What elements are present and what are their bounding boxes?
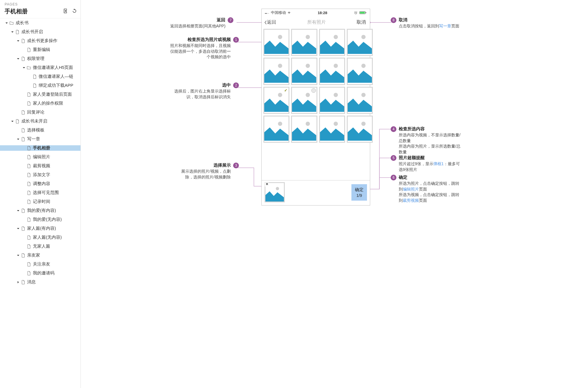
link-write-chapter[interactable]: 写一章 bbox=[439, 24, 451, 28]
photo-thumb[interactable] bbox=[347, 116, 373, 143]
tree-item[interactable]: 选择可见范围 bbox=[0, 188, 80, 197]
photo-thumb[interactable] bbox=[347, 58, 373, 85]
image-placeholder-icon bbox=[320, 88, 344, 112]
tree-item[interactable]: 回复评论 bbox=[0, 108, 80, 117]
tree-item[interactable]: 亲友家 bbox=[0, 251, 80, 260]
tree-item[interactable]: 消息 bbox=[0, 278, 80, 287]
annotation-body: 点击取消按钮，返回到写一章页面 bbox=[399, 23, 459, 29]
tree-item[interactable]: 成长书更多操作 bbox=[0, 36, 80, 45]
tree-item[interactable]: 手机相册 bbox=[0, 144, 80, 152]
tree-item[interactable]: 微信邀请家人—链 bbox=[0, 72, 80, 81]
annotation-title: 检查所选内容 bbox=[399, 126, 462, 132]
photo-thumb[interactable] bbox=[291, 116, 317, 143]
image-placeholder-icon bbox=[292, 59, 316, 83]
photo-thumb[interactable] bbox=[291, 87, 317, 114]
tree-item[interactable]: 记录时间 bbox=[0, 197, 80, 206]
tree-item[interactable]: 添加文字 bbox=[0, 170, 80, 179]
tree-item[interactable]: 调整内容 bbox=[0, 179, 80, 188]
page-icon bbox=[27, 164, 31, 168]
pages-section-label: PAGES bbox=[0, 0, 80, 7]
cancel-button[interactable]: 取消 bbox=[357, 19, 366, 25]
twisty-icon[interactable] bbox=[5, 22, 9, 25]
selection-count: 1/9 bbox=[355, 193, 364, 198]
photo-thumb[interactable] bbox=[319, 58, 345, 85]
page-icon bbox=[27, 146, 31, 150]
annotation-badge: 7 bbox=[228, 17, 233, 23]
tree-item[interactable]: 无家人篇 bbox=[0, 242, 80, 251]
tree-item[interactable]: 成长书开启 bbox=[0, 27, 80, 36]
alarm-icon bbox=[354, 11, 358, 14]
image-placeholder-icon bbox=[348, 116, 372, 141]
confirm-button[interactable]: 确定 1/9 bbox=[351, 184, 367, 201]
photo-thumb[interactable] bbox=[347, 87, 373, 114]
nav-bar: 返回 所有照片 取消 bbox=[262, 16, 370, 28]
tree-item[interactable]: 裁剪视频 bbox=[0, 161, 80, 170]
twisty-icon[interactable] bbox=[16, 57, 20, 60]
link-dialog1[interactable]: 弹框1 bbox=[433, 161, 444, 166]
image-placeholder-icon bbox=[292, 116, 316, 141]
tree-item[interactable]: 微信邀请家人H5页面 bbox=[0, 63, 80, 72]
twisty-icon[interactable] bbox=[16, 138, 20, 141]
tree-item[interactable]: 成长书未开启 bbox=[0, 117, 80, 126]
tree-item[interactable]: 家人篇(有内容) bbox=[0, 224, 80, 233]
photo-thumb[interactable] bbox=[347, 29, 373, 56]
tree-item-label: 关注亲友 bbox=[33, 261, 50, 267]
photo-thumb[interactable] bbox=[263, 116, 289, 143]
tree-item[interactable]: 写一章 bbox=[0, 135, 80, 144]
tree-item[interactable]: 关注亲友 bbox=[0, 260, 80, 269]
tree-item[interactable]: 绑定成功下载APP bbox=[0, 81, 80, 90]
photo-thumb[interactable] bbox=[319, 29, 345, 56]
annotation-body: 照片和视频不能同时选择，且视频仅能选择一个，多选自动取消前一个视频的选中 bbox=[170, 43, 231, 60]
twisty-icon[interactable] bbox=[16, 227, 20, 230]
page-icon bbox=[27, 92, 31, 97]
tree-item-label: 绑定成功下载APP bbox=[39, 83, 73, 88]
tree-item[interactable]: 成长书 bbox=[0, 18, 80, 27]
tree-item[interactable]: 选择模板 bbox=[0, 126, 80, 135]
annotation-body: 照片超过9张，显示弹框1：最多可选9张照片 bbox=[399, 161, 462, 172]
twisty-icon[interactable] bbox=[16, 209, 20, 212]
photo-thumb[interactable] bbox=[319, 87, 345, 114]
link-crop-video[interactable]: 裁剪视频 bbox=[403, 198, 419, 203]
tree-item-label: 调整内容 bbox=[33, 181, 50, 187]
link-edit-photo[interactable]: 编辑照片 bbox=[403, 187, 419, 191]
photo-thumb[interactable]: ✓ bbox=[263, 87, 289, 114]
tree-item[interactable]: 我的爱(有内容) bbox=[0, 206, 80, 215]
carrier-label: 中国移动 bbox=[271, 10, 286, 15]
tree-item[interactable]: 家人篇(无内容) bbox=[0, 233, 80, 242]
tree-item-label: 编辑照片 bbox=[33, 154, 50, 160]
tree-item[interactable]: 编辑照片 bbox=[0, 152, 80, 161]
twisty-icon[interactable] bbox=[16, 39, 20, 42]
photo-thumb[interactable] bbox=[263, 29, 289, 56]
tree-item-label: 记录时间 bbox=[33, 199, 50, 204]
photo-thumb[interactable] bbox=[319, 116, 345, 143]
selected-preview[interactable]: ✕ bbox=[265, 182, 285, 202]
remove-selection-icon[interactable]: ✕ bbox=[265, 182, 269, 187]
photo-thumb[interactable] bbox=[263, 58, 289, 85]
tree-item-label: 家人篇(有内容) bbox=[27, 226, 56, 231]
annotation-7: 7 返回 返回选择相册页面(同其他APP) bbox=[170, 17, 233, 29]
export-icon[interactable] bbox=[63, 8, 68, 15]
tree-item-label: 权限管理 bbox=[27, 56, 44, 61]
page-icon bbox=[21, 208, 25, 213]
tree-item[interactable]: 重新编辑 bbox=[0, 45, 80, 54]
twisty-icon[interactable] bbox=[16, 281, 20, 284]
status-bar: 中国移动 18:28 bbox=[262, 9, 370, 16]
twisty-icon[interactable] bbox=[16, 254, 20, 257]
photo-thumb[interactable] bbox=[291, 58, 317, 85]
back-button[interactable]: 返回 bbox=[264, 19, 276, 25]
tree-item[interactable]: 我的邀请码 bbox=[0, 269, 80, 278]
twisty-icon[interactable] bbox=[10, 120, 14, 123]
svg-point-12 bbox=[267, 13, 268, 14]
twisty-icon[interactable] bbox=[22, 66, 26, 69]
page-icon bbox=[21, 110, 25, 115]
tree-item[interactable]: 权限管理 bbox=[0, 54, 80, 63]
twisty-icon[interactable] bbox=[10, 31, 14, 33]
tree-item[interactable]: 家人的操作权限 bbox=[0, 99, 80, 108]
page-icon bbox=[27, 173, 31, 177]
photo-thumb[interactable] bbox=[291, 29, 317, 56]
tree-item[interactable]: 我的爱(无内容) bbox=[0, 215, 80, 224]
tree-item[interactable]: 家人受邀登陆后页面 bbox=[0, 90, 80, 99]
annotation-5: 5 照片超额提醒 照片超过9张，显示弹框1：最多可选9张照片 bbox=[391, 155, 462, 172]
refresh-icon[interactable] bbox=[72, 8, 77, 15]
image-placeholder-icon bbox=[264, 116, 289, 141]
